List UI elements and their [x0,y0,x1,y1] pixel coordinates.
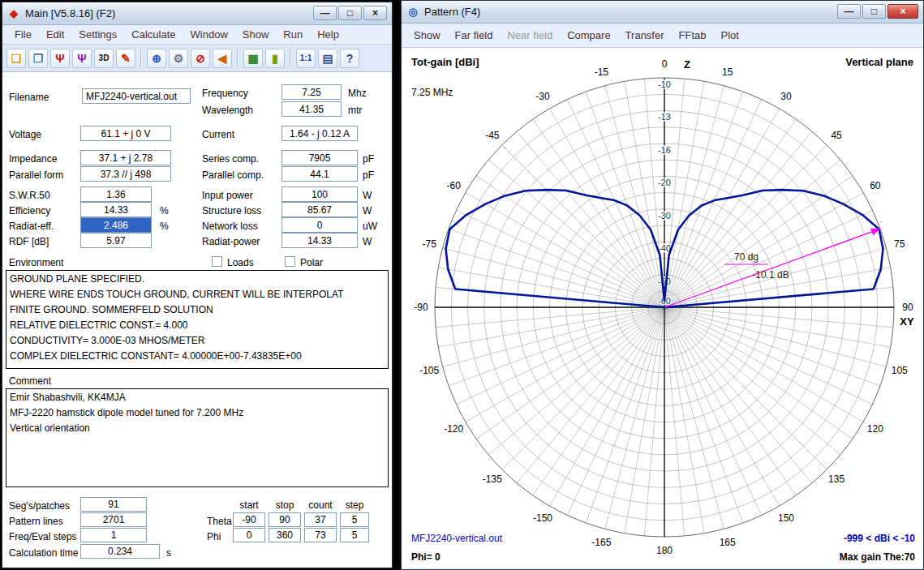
table-icon[interactable]: ▦ [243,49,263,68]
frequency-field[interactable]: 7.25 [281,84,342,100]
input-power-field[interactable]: 100 [281,186,358,202]
phi-stop-field[interactable]: 360 [269,528,301,542]
svg-text:XY: XY [900,315,914,328]
current-field[interactable]: 1.64 - j 0.12 A [281,126,358,141]
theta-count-field[interactable]: 37 [304,512,337,527]
radiat-eff-field[interactable]: 2.486 [80,217,152,233]
phi-start-field[interactable]: 0 [233,528,265,542]
theta-start-field[interactable]: -90 [233,512,265,527]
pattern-menu-compare[interactable]: Compare [560,29,617,41]
antenna-edit-icon[interactable]: Ψ [72,49,92,68]
edit-nec-icon[interactable]: ✎ [116,49,135,68]
structure-loss-field[interactable]: 85.67 [281,202,358,217]
battery-icon[interactable]: ▮ [265,49,285,68]
environment-label: Environment [9,257,63,268]
pattern-menu-near-field[interactable]: Near field [501,29,561,41]
svg-text:70 dg: 70 dg [734,251,759,263]
swr-label: S.W.R.50 [9,190,50,201]
copy-icon[interactable]: ❐ [28,49,48,68]
stop-icon[interactable]: ⊘ [191,49,210,68]
segs-field[interactable]: 91 [80,497,147,512]
close-button[interactable]: × [887,4,918,19]
environment-text[interactable]: GROUND PLANE SPECIFIED. WHERE WIRE ENDS … [6,270,389,369]
plot-plane-label: Vertical plane [845,56,913,68]
pattern-menu-show[interactable]: Show [406,29,448,41]
close-button[interactable]: × [363,6,387,20]
input-power-label: Input power [202,190,253,201]
polar-plot[interactable]: 0153045607590105120135150165180-165-150-… [402,51,924,570]
parallel-form-label: Parallel form [9,169,63,181]
sweep-header-start: start [233,499,265,511]
svg-text:-135: -135 [483,474,502,485]
pattern-menu-fftab[interactable]: FFtab [672,29,714,41]
svg-text:120: 120 [867,423,883,435]
speaker-icon[interactable]: ◀ [213,49,232,68]
filename-field[interactable]: MFJ2240-vertical.out [82,88,191,104]
svg-text:-45: -45 [485,130,500,141]
main-menu-help[interactable]: Help [310,28,346,41]
calc-time-field[interactable]: 0.234 [80,544,160,559]
antenna-geometry-icon[interactable]: Ψ [50,49,70,68]
sweep-header-stop: stop [269,499,301,511]
maximize-button[interactable]: □ [338,6,362,20]
parallel-form-field[interactable]: 37.3 // j 498 [80,166,171,182]
main-menu-window[interactable]: Window [183,28,235,41]
svg-text:-10.1 dB: -10.1 dB [752,269,789,281]
main-menu-edit[interactable]: Edit [39,28,71,41]
svg-text:75: 75 [894,238,905,250]
main-menu-calculate[interactable]: Calculate [124,28,183,41]
impedance-field[interactable]: 37.1 + j 2.78 [80,150,171,165]
theta-stop-field[interactable]: 90 [269,512,301,527]
segs-label: Seg's/patches [9,500,70,512]
wavelength-unit: mtr [348,105,362,116]
parallel-comp-unit: pF [363,169,374,181]
svg-text:-90: -90 [414,302,428,313]
efficiency-field[interactable]: 14.33 [80,202,152,217]
polar-checkbox[interactable] [285,256,295,267]
open-file-icon[interactable]: ❏ [6,49,26,68]
plot-footer-maxgain: Max gain The:70 [840,551,915,563]
pattern-lines-field[interactable]: 2701 [80,512,147,527]
book-icon[interactable]: ▤ [318,49,337,68]
toolbar-separator [237,49,239,67]
main-menubar: FileEditSettingsCalculateWindowShowRunHe… [2,25,392,45]
voltage-field[interactable]: 61.1 + j 0 V [80,126,171,141]
series-comp-field[interactable]: 7905 [281,150,358,165]
svg-text:-13: -13 [658,112,671,122]
comment-text[interactable]: Emir Shabashvili, KK4MJA MFJ-2220 hamsti… [6,388,389,487]
freq-steps-field[interactable]: 1 [80,528,147,542]
svg-text:60: 60 [870,180,881,191]
swr-field[interactable]: 1.36 [80,186,152,202]
comment-label: Comment [9,375,51,387]
voltage-label: Voltage [9,129,41,140]
main-menu-show[interactable]: Show [235,28,277,41]
phi-count-field[interactable]: 73 [304,528,337,542]
gear-icon[interactable]: ⚙ [169,49,188,68]
phi-step-field[interactable]: 5 [340,528,369,542]
svg-text:-15: -15 [595,66,609,78]
minimize-button[interactable]: — [837,4,861,19]
pattern-menu-plot[interactable]: Plot [714,29,746,41]
main-menu-settings[interactable]: Settings [71,28,124,41]
radiat-power-field[interactable]: 14.33 [281,233,358,248]
rdf-field[interactable]: 5.97 [80,233,152,248]
main-window: ◆ Main [V5.8.16] (F2) — □ × FileEditSett… [2,2,393,568]
main-menu-run[interactable]: Run [276,28,310,41]
phi-row-label: Phi [207,531,221,542]
network-loss-field[interactable]: 0 [281,217,358,233]
pattern-menu-far-field[interactable]: Far field [448,29,501,41]
view-3d-icon[interactable]: 3D [94,49,114,68]
scale-1-1-icon[interactable]: 1:1 [296,49,316,68]
maximize-button[interactable]: □ [862,4,886,19]
svg-text:-16: -16 [658,145,671,155]
wavelength-field[interactable]: 41.35 [281,101,342,117]
pattern-menu-transfer[interactable]: Transfer [618,29,672,41]
minimize-button[interactable]: — [313,6,337,20]
theta-step-field[interactable]: 5 [340,512,369,527]
far-field-icon[interactable]: ⊕ [147,49,166,68]
loads-checkbox[interactable] [212,256,222,267]
main-window-title: Main [V5.8.16] (F2) [25,7,115,19]
parallel-comp-field[interactable]: 44.1 [281,166,358,182]
help-icon[interactable]: ? [340,49,359,68]
main-menu-file[interactable]: File [7,28,39,41]
